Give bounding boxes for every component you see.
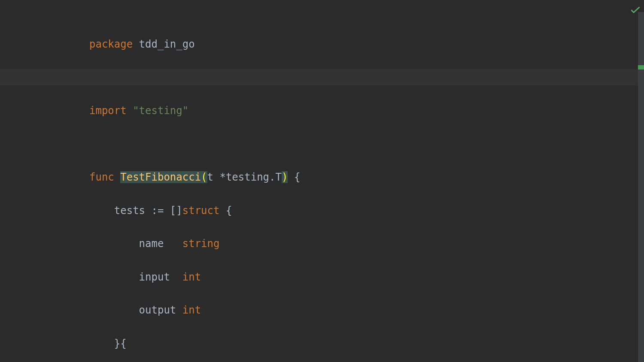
code-editor[interactable]: package tdd_in_go import "testing" func … (0, 0, 644, 362)
field-input: input (139, 271, 170, 283)
star: * (219, 171, 225, 183)
sq-open: [ (170, 205, 176, 217)
code-line[interactable]: func TestFibonacci(t *testing.T) { (89, 169, 644, 186)
keyword-package: package (89, 38, 133, 50)
checkmark-icon[interactable] (631, 3, 640, 19)
sq-close: ] (176, 205, 182, 217)
code-line[interactable] (89, 136, 644, 152)
type-int: int (182, 271, 201, 283)
code-line[interactable]: input int (89, 269, 644, 286)
keyword-func: func (89, 171, 114, 183)
import-path: "testing" (133, 105, 188, 117)
keyword-import: import (89, 105, 127, 117)
brace-open: { (226, 205, 232, 217)
field-name: name (139, 238, 164, 250)
code-line[interactable]: output int (89, 302, 644, 319)
keyword-struct: struct (182, 205, 220, 217)
code-line[interactable]: import "testing" (89, 103, 644, 119)
brace-open: { (294, 171, 300, 183)
function-name: TestFibonacci (120, 171, 201, 183)
code-line[interactable]: package tdd_in_go (89, 36, 644, 53)
param-t: t (207, 171, 213, 183)
type-int: int (182, 304, 201, 316)
brace-open: { (120, 338, 126, 350)
code-line[interactable]: name string (89, 235, 644, 252)
code-line[interactable]: }{ (89, 335, 644, 352)
paren-close-hl: ) (282, 171, 288, 183)
brace-close: } (114, 338, 120, 350)
scrollbar-track[interactable] (638, 12, 644, 362)
dot: . (269, 171, 275, 183)
scrollbar-marker[interactable] (638, 65, 644, 69)
code-line[interactable] (89, 69, 644, 86)
define: := (152, 205, 164, 217)
package-name: tdd_in_go (139, 38, 195, 50)
code-line[interactable]: tests := []struct { (89, 202, 644, 219)
testing-pkg: testing (226, 171, 269, 183)
paren-open-hl: ( (201, 171, 207, 183)
type-T: T (276, 171, 282, 183)
tests-var: tests (114, 205, 145, 217)
field-output: output (139, 304, 176, 316)
type-string: string (182, 238, 220, 250)
